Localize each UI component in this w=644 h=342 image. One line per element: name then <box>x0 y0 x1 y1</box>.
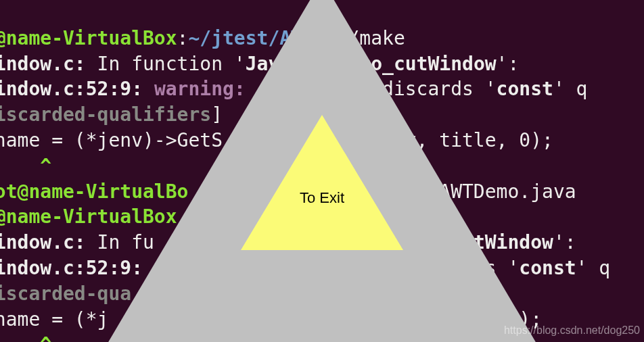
window-label[interactable]: To Exit <box>300 188 344 208</box>
watermark-text: https://blog.csdn.net/dog250 <box>504 323 640 338</box>
text: ' q <box>553 78 588 100</box>
text: ': <box>553 231 576 253</box>
file-loc: Window.c: <box>0 53 86 75</box>
caret-marker: ^ <box>0 333 51 342</box>
caret-marker: ^ <box>0 155 51 177</box>
text: ' q <box>576 257 611 279</box>
file-loc: Window.c: <box>0 231 86 253</box>
window-shape-inner[interactable] <box>241 115 403 250</box>
